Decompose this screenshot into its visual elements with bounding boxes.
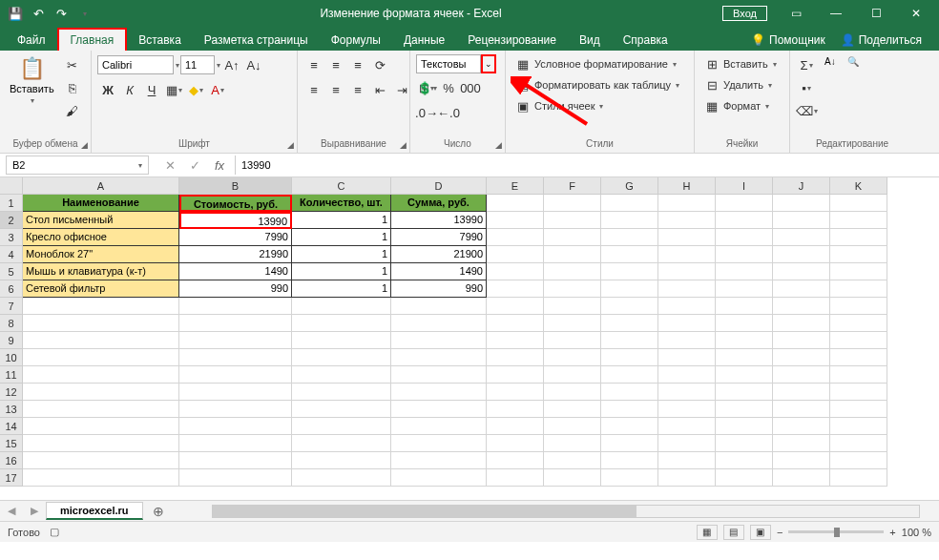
align-top-icon[interactable]: ≡ — [303, 54, 324, 75]
empty-cell[interactable] — [544, 263, 601, 280]
empty-cell[interactable] — [179, 418, 292, 435]
empty-cell[interactable] — [716, 384, 773, 401]
data-cell[interactable]: 21990 — [179, 246, 292, 263]
align-left-icon[interactable]: ≡ — [303, 79, 324, 100]
sort-filter-button[interactable]: A↓ — [821, 54, 840, 69]
empty-cell[interactable] — [830, 366, 887, 384]
data-cell[interactable]: 990 — [179, 280, 292, 298]
underline-button[interactable]: Ч — [141, 79, 162, 100]
empty-cell[interactable] — [773, 315, 830, 332]
fill-icon[interactable]: ▪▾ — [796, 77, 817, 98]
header-cell[interactable]: Стоимость, руб. — [179, 195, 292, 212]
empty-cell[interactable] — [773, 349, 830, 366]
header-cell[interactable]: Сумма, руб. — [391, 195, 487, 212]
row-header-10[interactable]: 10 — [0, 349, 23, 366]
empty-cell[interactable] — [601, 263, 658, 280]
empty-cell[interactable] — [601, 315, 658, 332]
empty-cell[interactable] — [23, 452, 179, 469]
col-header-e[interactable]: E — [487, 177, 544, 195]
empty-cell[interactable] — [544, 452, 601, 469]
zoom-slider[interactable] — [788, 530, 884, 533]
view-page-break-icon[interactable]: ▣ — [750, 525, 771, 540]
format-cells-button[interactable]: ▦Формат▾ — [700, 96, 781, 115]
empty-cell[interactable] — [487, 229, 544, 246]
format-as-table-button[interactable]: ▤Форматировать как таблицу▾ — [511, 75, 683, 94]
col-header-b[interactable]: B — [179, 177, 292, 195]
data-cell[interactable]: 7990 — [391, 229, 487, 246]
empty-cell[interactable] — [487, 349, 544, 366]
row-header-9[interactable]: 9 — [0, 332, 23, 349]
col-header-g[interactable]: G — [601, 177, 658, 195]
empty-cell[interactable] — [487, 366, 544, 384]
add-sheet-icon[interactable]: ⊕ — [143, 504, 174, 519]
empty-cell[interactable] — [23, 298, 179, 315]
row-header-14[interactable]: 14 — [0, 418, 23, 435]
minimize-icon[interactable]: — — [817, 3, 855, 24]
data-cell[interactable]: 1 — [292, 229, 391, 246]
row-header-4[interactable]: 4 — [0, 246, 23, 263]
sheet-nav-prev-icon[interactable]: ◀ — [0, 505, 23, 517]
empty-cell[interactable] — [830, 298, 887, 315]
name-box[interactable]: B2 ▾ — [6, 156, 149, 175]
col-header-c[interactable]: C — [292, 177, 391, 195]
empty-cell[interactable] — [830, 384, 887, 401]
data-cell[interactable]: Стол письменный — [23, 212, 179, 229]
empty-cell[interactable] — [601, 401, 658, 418]
data-cell[interactable]: 1 — [292, 246, 391, 263]
empty-cell[interactable] — [391, 366, 487, 384]
increase-decimal-icon[interactable]: .0→ — [416, 102, 437, 123]
empty-cell[interactable] — [830, 212, 887, 229]
empty-cell[interactable] — [601, 469, 658, 487]
empty-cell[interactable] — [487, 195, 544, 212]
tab-home[interactable]: Главная — [57, 28, 128, 51]
font-launcher-icon[interactable]: ◢ — [287, 140, 294, 150]
empty-cell[interactable] — [23, 384, 179, 401]
empty-cell[interactable] — [292, 469, 391, 487]
empty-cell[interactable] — [773, 366, 830, 384]
empty-cell[interactable] — [773, 263, 830, 280]
row-header-12[interactable]: 12 — [0, 384, 23, 401]
view-page-layout-icon[interactable]: ▤ — [723, 525, 744, 540]
row-header-13[interactable]: 13 — [0, 401, 23, 418]
empty-cell[interactable] — [658, 435, 716, 452]
bold-button[interactable]: Ж — [97, 79, 118, 100]
empty-cell[interactable] — [487, 298, 544, 315]
zoom-in-icon[interactable]: + — [889, 527, 895, 538]
empty-cell[interactable] — [487, 418, 544, 435]
empty-cell[interactable] — [23, 349, 179, 366]
cell-styles-button[interactable]: ▣Стили ячеек▾ — [511, 96, 683, 115]
find-select-button[interactable]: 🔍 — [844, 54, 863, 69]
data-cell[interactable]: Мышь и клавиатура (к-т) — [23, 263, 179, 280]
empty-cell[interactable] — [658, 469, 716, 487]
empty-cell[interactable] — [487, 212, 544, 229]
row-header-5[interactable]: 5 — [0, 263, 23, 280]
empty-cell[interactable] — [292, 332, 391, 349]
empty-cell[interactable] — [658, 366, 716, 384]
empty-cell[interactable] — [179, 469, 292, 487]
accounting-format-icon[interactable]: 💲▾ — [416, 77, 437, 98]
orientation-icon[interactable]: ⟳ — [369, 54, 390, 75]
empty-cell[interactable] — [601, 280, 658, 298]
data-cell[interactable]: 21900 — [391, 246, 487, 263]
row-header-15[interactable]: 15 — [0, 435, 23, 452]
align-center-icon[interactable]: ≡ — [325, 79, 346, 100]
login-button[interactable]: Вход — [722, 6, 767, 21]
tab-page-layout[interactable]: Разметка страницы — [193, 30, 320, 51]
tell-me-button[interactable]: 💡 Помощник — [743, 30, 833, 51]
empty-cell[interactable] — [773, 195, 830, 212]
clipboard-launcher-icon[interactable]: ◢ — [81, 140, 88, 150]
empty-cell[interactable] — [179, 435, 292, 452]
row-header-6[interactable]: 6 — [0, 280, 23, 298]
font-name-input[interactable] — [97, 55, 174, 74]
share-button[interactable]: 👤 Поделиться — [833, 30, 929, 51]
data-cell[interactable]: 1 — [292, 212, 391, 229]
row-header-1[interactable]: 1 — [0, 195, 23, 212]
empty-cell[interactable] — [773, 418, 830, 435]
row-header-16[interactable]: 16 — [0, 452, 23, 469]
empty-cell[interactable] — [830, 418, 887, 435]
col-header-j[interactable]: J — [773, 177, 830, 195]
empty-cell[interactable] — [716, 366, 773, 384]
empty-cell[interactable] — [773, 401, 830, 418]
number-format-dropdown-icon[interactable]: ⌄ — [481, 54, 496, 73]
empty-cell[interactable] — [179, 298, 292, 315]
